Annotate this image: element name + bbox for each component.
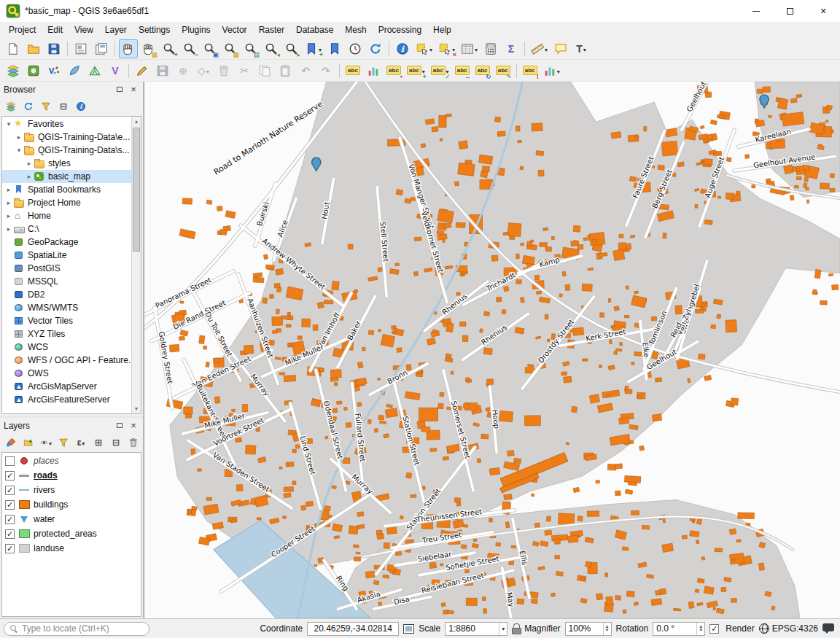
expander-icon[interactable]: ▸	[25, 173, 34, 180]
deselect-features[interactable]: ×	[436, 39, 457, 58]
browser-item-project-home[interactable]: ▸Project Home	[2, 196, 131, 209]
zoom-full[interactable]: ▣	[201, 39, 219, 58]
layer-visibility-checkbox[interactable]	[5, 486, 15, 495]
chevron-down-icon[interactable]	[499, 623, 507, 635]
collapse-all[interactable]: ⊟	[108, 435, 124, 451]
browser-item-xyz-tiles[interactable]: XYZ Tiles	[2, 327, 131, 341]
messages-icon[interactable]	[822, 623, 834, 634]
browser-item-spatialite[interactable]: SpatiaLite	[2, 249, 131, 262]
browser-scrollbar[interactable]: ▲ ▼	[131, 117, 141, 413]
filter-by-expression[interactable]: ε	[73, 435, 89, 451]
pin-unpin-labels[interactable]: abc+	[405, 61, 427, 80]
scroll-down-icon[interactable]: ▼	[132, 404, 141, 413]
browser-item-home[interactable]: ▸Home	[2, 209, 131, 222]
zoom-next[interactable]: ▸	[282, 39, 301, 58]
expander-icon[interactable]: ▸	[4, 199, 13, 206]
undo[interactable]: ↶	[296, 61, 315, 80]
render-checkbox[interactable]: Render	[709, 623, 754, 634]
scroll-up-icon[interactable]: ▲	[132, 117, 141, 126]
field-calculator[interactable]	[481, 39, 500, 58]
menu-processing[interactable]: Processing	[373, 23, 427, 36]
menu-layer[interactable]: Layer	[99, 23, 133, 36]
toggle-extents-icon[interactable]	[403, 624, 414, 634]
map-canvas-svg[interactable]: Road to Marloth Nature ReserveBuirskiAli…	[144, 82, 840, 618]
rotation-spinbox[interactable]: 0.0 ° ▲▼	[653, 622, 705, 636]
diagram-options[interactable]	[541, 61, 562, 80]
expander-icon[interactable]: ▸	[4, 225, 13, 233]
show-layout-manager[interactable]	[92, 39, 111, 58]
expander-icon[interactable]: ▾	[15, 147, 23, 154]
cut-features[interactable]: ✂	[235, 61, 254, 80]
browser-item-wcs[interactable]: WCS	[2, 341, 131, 354]
crs-button[interactable]: EPSG:4326	[759, 623, 818, 634]
browser-item-arcgismapserver[interactable]: ArcGisMapServer	[2, 380, 131, 393]
browser-float-button[interactable]	[114, 85, 125, 95]
menu-project[interactable]: Project	[3, 23, 42, 36]
browser-item-vector-tiles[interactable]: Vector Tiles	[2, 314, 131, 327]
layer-item-places[interactable]: places	[2, 454, 141, 468]
pan-map-to-selection[interactable]: ▦	[139, 39, 158, 58]
highlight-pinned-labels[interactable]: abc▪	[384, 61, 403, 80]
browser-item-c[interactable]: ▸C:\	[2, 222, 131, 236]
move-label[interactable]: abc↔	[453, 61, 472, 80]
paste-features[interactable]	[276, 61, 295, 80]
coordinate-input[interactable]: 20.46259,-34.02814	[307, 622, 399, 636]
vertex-tool[interactable]: ◇	[194, 61, 213, 80]
add-group[interactable]	[20, 435, 36, 451]
layer-visibility-checkbox[interactable]	[5, 515, 15, 524]
layer-visibility-checkbox[interactable]	[5, 500, 15, 510]
new-spatial-bookmark[interactable]: +	[303, 39, 324, 58]
filter-legend[interactable]	[55, 435, 71, 451]
remove-layer[interactable]	[125, 435, 141, 451]
browser-refresh[interactable]	[20, 98, 36, 114]
text-annotation[interactable]: T	[572, 39, 591, 58]
add-feature[interactable]: ⊕	[174, 61, 192, 80]
browser-item-mssql[interactable]: MSSQL	[2, 275, 131, 288]
layer-item-water[interactable]: water	[2, 512, 141, 526]
save-layer-edits[interactable]	[153, 61, 172, 80]
menu-view[interactable]: View	[69, 23, 99, 36]
copy-features[interactable]	[255, 61, 274, 80]
browser-close-button[interactable]	[128, 85, 139, 95]
map-tips[interactable]	[551, 39, 570, 58]
browser-item-db2[interactable]: DB2	[2, 288, 131, 301]
show-spatial-bookmarks[interactable]	[325, 39, 344, 58]
close-button[interactable]	[806, 0, 840, 22]
layer-item-buildings[interactable]: buildings	[2, 497, 141, 512]
layers-close-button[interactable]	[128, 421, 139, 431]
layer-visibility-checkbox[interactable]	[5, 529, 15, 539]
browser-properties-widget[interactable]	[73, 98, 89, 114]
new-geopackage-layer[interactable]	[24, 61, 43, 80]
browser-item-geopackage[interactable]: GeoPackage	[2, 236, 131, 249]
browser-add-selected-layers[interactable]	[3, 98, 19, 114]
browser-item-favorites[interactable]: ▾Favorites	[2, 117, 131, 131]
browser-item-styles[interactable]: ▸styles	[2, 157, 131, 170]
browser-item-wms-wmts[interactable]: WMS/WMTS	[2, 301, 131, 314]
layer-labeling-options[interactable]: abc	[343, 61, 362, 80]
menu-raster[interactable]: Raster	[253, 23, 290, 36]
show-hide-labels[interactable]: abc✓	[429, 61, 451, 80]
spin-arrows-icon[interactable]: ▲▼	[696, 623, 704, 635]
menu-vector[interactable]: Vector	[217, 23, 253, 36]
layer-visibility-checkbox[interactable]	[5, 471, 15, 481]
menu-help[interactable]: Help	[427, 23, 457, 36]
toolbar-overflow[interactable]: »	[142, 435, 143, 451]
map-refresh[interactable]	[366, 39, 385, 58]
new-spatialite-layer[interactable]	[65, 61, 84, 80]
expander-icon[interactable]: ▸	[4, 212, 13, 219]
minimize-button[interactable]	[739, 0, 773, 22]
temporal-controller[interactable]	[346, 39, 365, 58]
expander-icon[interactable]: ▸	[25, 160, 34, 167]
expand-all[interactable]: ⊞	[90, 435, 106, 451]
layer-item-protected-areas[interactable]: protected_areas	[2, 526, 141, 541]
project-save[interactable]	[44, 39, 63, 58]
browser-item-arcgisfeatureserver[interactable]: ArcGisFeatureServer	[2, 393, 131, 406]
expander-icon[interactable]: ▾	[4, 120, 13, 128]
scrollbar-thumb[interactable]	[133, 128, 140, 252]
menu-settings[interactable]: Settings	[133, 23, 176, 36]
expander-icon[interactable]: ▸	[4, 186, 13, 193]
browser-filter[interactable]	[38, 98, 54, 114]
checkbox-checked-icon[interactable]	[709, 624, 719, 634]
project-open[interactable]	[24, 39, 43, 58]
expander-icon[interactable]: ▸	[15, 133, 23, 141]
